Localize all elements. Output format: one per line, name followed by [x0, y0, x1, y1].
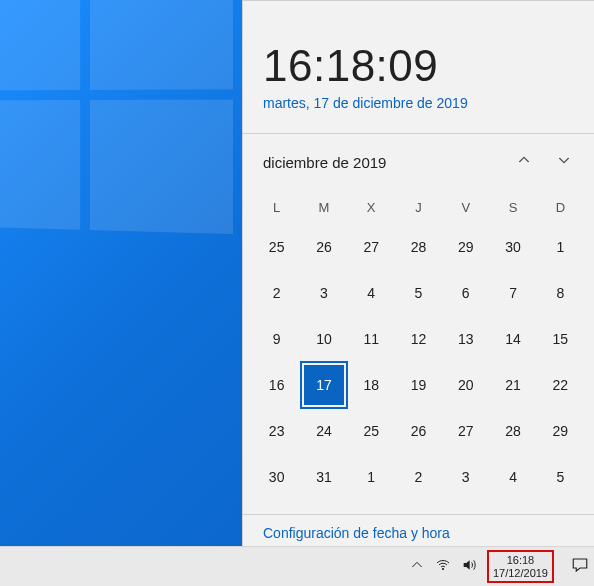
calendar-day[interactable]: 28: [489, 408, 536, 454]
calendar-day[interactable]: 20: [442, 362, 489, 408]
clock-calendar-flyout: 16:18:09 martes, 17 de diciembre de 2019…: [242, 0, 594, 546]
calendar-day[interactable]: 3: [442, 454, 489, 500]
taskbar-date: 17/12/2019: [493, 567, 548, 579]
system-tray: 16:18 17/12/2019: [409, 550, 590, 582]
calendar-day[interactable]: 4: [348, 270, 395, 316]
calendar-day[interactable]: 27: [348, 224, 395, 270]
calendar-day[interactable]: 19: [395, 362, 442, 408]
wifi-icon: [435, 557, 451, 576]
calendar-day[interactable]: 21: [489, 362, 536, 408]
calendar-day[interactable]: 3: [300, 270, 347, 316]
action-center-button[interactable]: [570, 557, 590, 577]
windows-logo: [0, 0, 223, 244]
network-wifi-button[interactable]: [435, 559, 451, 575]
calendar-day[interactable]: 25: [253, 224, 300, 270]
calendar-day[interactable]: 30: [253, 454, 300, 500]
calendar-day[interactable]: 5: [395, 270, 442, 316]
date-time-settings-link[interactable]: Configuración de fecha y hora: [243, 515, 594, 541]
calendar-day[interactable]: 26: [395, 408, 442, 454]
calendar-day[interactable]: 12: [395, 316, 442, 362]
calendar-day[interactable]: 17: [300, 362, 347, 408]
calendar-day[interactable]: 10: [300, 316, 347, 362]
weekday-header: V: [442, 190, 489, 224]
calendar-day[interactable]: 31: [300, 454, 347, 500]
calendar-day[interactable]: 2: [395, 454, 442, 500]
calendar-day[interactable]: 29: [442, 224, 489, 270]
calendar-day[interactable]: 26: [300, 224, 347, 270]
chevron-down-icon: [556, 152, 572, 172]
calendar-day[interactable]: 1: [537, 224, 584, 270]
calendar-day[interactable]: 28: [395, 224, 442, 270]
calendar-day[interactable]: 14: [489, 316, 536, 362]
weekday-header: X: [348, 190, 395, 224]
weekday-header: D: [537, 190, 584, 224]
calendar-grid: LMXJVSD 25262728293012345678910111213141…: [243, 190, 594, 506]
calendar-day[interactable]: 25: [348, 408, 395, 454]
taskbar-clock[interactable]: 16:18 17/12/2019: [487, 550, 554, 582]
taskbar-time: 16:18: [493, 554, 548, 566]
calendar-day[interactable]: 1: [348, 454, 395, 500]
calendar-day[interactable]: 13: [442, 316, 489, 362]
calendar-day[interactable]: 6: [442, 270, 489, 316]
volume-button[interactable]: [461, 559, 477, 575]
calendar-day[interactable]: 16: [253, 362, 300, 408]
calendar-day[interactable]: 9: [253, 316, 300, 362]
taskbar: 16:18 17/12/2019: [0, 546, 594, 586]
calendar-day[interactable]: 2: [253, 270, 300, 316]
calendar-day[interactable]: 4: [489, 454, 536, 500]
calendar-day[interactable]: 7: [489, 270, 536, 316]
desktop: 16:18:09 martes, 17 de diciembre de 2019…: [0, 0, 594, 586]
calendar-day[interactable]: 18: [348, 362, 395, 408]
weekday-header: M: [300, 190, 347, 224]
notifications-icon: [571, 556, 589, 577]
svg-point-0: [442, 568, 443, 569]
calendar-day[interactable]: 22: [537, 362, 584, 408]
chevron-up-icon: [409, 557, 425, 576]
calendar-day[interactable]: 30: [489, 224, 536, 270]
calendar-day[interactable]: 23: [253, 408, 300, 454]
calendar-day[interactable]: 15: [537, 316, 584, 362]
chevron-up-icon: [516, 152, 532, 172]
current-date-long[interactable]: martes, 17 de diciembre de 2019: [263, 95, 574, 111]
weekday-header: L: [253, 190, 300, 224]
calendar-day[interactable]: 11: [348, 316, 395, 362]
month-label[interactable]: diciembre de 2019: [263, 154, 386, 171]
speaker-icon: [461, 557, 477, 576]
calendar-day[interactable]: 29: [537, 408, 584, 454]
weekday-header: J: [395, 190, 442, 224]
tray-overflow-button[interactable]: [409, 559, 425, 575]
calendar-day[interactable]: 8: [537, 270, 584, 316]
calendar-day[interactable]: 27: [442, 408, 489, 454]
current-time: 16:18:09: [263, 41, 574, 91]
prev-month-button[interactable]: [510, 148, 538, 176]
weekday-header: S: [489, 190, 536, 224]
calendar-day[interactable]: 5: [537, 454, 584, 500]
calendar-day[interactable]: 24: [300, 408, 347, 454]
next-month-button[interactable]: [550, 148, 578, 176]
